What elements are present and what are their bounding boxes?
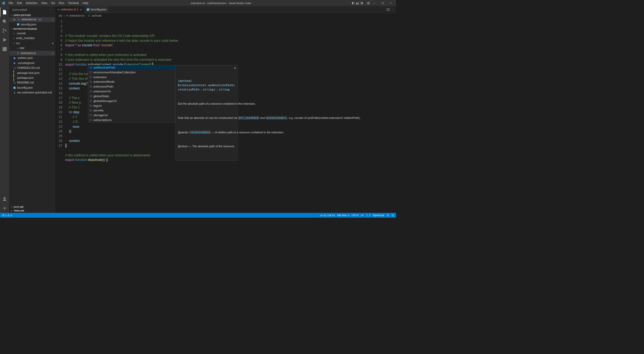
intellisense-item[interactable]: extensionPath <box>88 84 175 89</box>
intellisense-popup[interactable]: asAbsolutePathenvironmentVariableCollect… <box>88 65 175 122</box>
doc-note: Note that an absolute uri can be constru… <box>178 116 235 120</box>
status-feedback[interactable] <box>387 214 389 217</box>
intellisense-item[interactable]: extensionUri <box>88 89 175 94</box>
scm-activity[interactable] <box>0 26 9 35</box>
svg-point-18 <box>5 30 6 31</box>
method-icon <box>89 71 92 74</box>
more-icon[interactable]: ⋯ <box>50 8 52 11</box>
svg-text:ts: ts <box>14 87 15 89</box>
status-errors[interactable]: 1 0 <box>2 214 12 217</box>
method-icon <box>89 109 92 112</box>
svg-rect-22 <box>5 49 6 51</box>
menu-edit[interactable]: Edit <box>15 1 23 5</box>
intellisense-item[interactable]: globalStorageUri <box>88 99 175 103</box>
status-eol[interactable]: LF <box>361 214 364 217</box>
editor-tab[interactable]: tstsconfig.json <box>85 6 109 13</box>
titlebar-right-icons: | <box>352 0 395 6</box>
status-bar: 1 0 Ln 12, Col 13 Tab Size: 4 UTF-8 LF {… <box>0 213 396 218</box>
chevron-right-icon <box>10 206 13 208</box>
close-button[interactable] <box>387 0 395 6</box>
method-icon <box>89 80 92 83</box>
intellisense-item[interactable]: environmentVariableCollection <box>88 70 175 75</box>
open-editor-item[interactable]: tstsconfig.json <box>9 22 55 27</box>
minimize-button[interactable] <box>371 0 378 6</box>
titlebar: FileEditSelectionViewGoRunTerminalHelp e… <box>0 0 396 6</box>
close-doc-icon[interactable]: ✕ <box>234 66 236 70</box>
tree-item[interactable]: .vscode <box>9 31 55 36</box>
breadcrumb-folder[interactable]: src <box>59 14 62 17</box>
split-editor-icon[interactable] <box>387 8 390 12</box>
debug-activity[interactable] <box>0 35 9 44</box>
tree-item[interactable]: TSextension.ts1 <box>9 51 55 55</box>
status-bell[interactable] <box>391 214 394 217</box>
svg-point-29 <box>13 67 15 69</box>
intellisense-item[interactable]: extensionMode <box>88 79 175 84</box>
menu-file[interactable]: File <box>7 1 15 5</box>
menu-help[interactable]: Help <box>81 1 90 5</box>
tree-item[interactable]: src <box>9 41 55 46</box>
menu-terminal[interactable]: Terminal <box>66 1 80 5</box>
extensions-activity[interactable] <box>0 44 9 54</box>
svg-point-41 <box>387 214 389 216</box>
intellisense-item[interactable]: secrets <box>88 108 175 113</box>
status-cursor[interactable]: Ln 12, Col 13 <box>320 214 335 217</box>
status-tabsize[interactable]: Tab Size: 4 <box>337 214 349 217</box>
intellisense-item[interactable]: globalState <box>88 94 175 99</box>
accounts-activity[interactable] <box>0 194 9 204</box>
svg-rect-9 <box>369 3 370 4</box>
menu-view[interactable]: View <box>40 1 49 5</box>
breadcrumb-file[interactable]: extension.ts <box>69 14 84 17</box>
open-editors-section[interactable]: OPEN EDITORS <box>9 13 55 17</box>
svg-point-17 <box>3 32 4 33</box>
breadcrumb-symbol[interactable]: activate <box>92 14 102 17</box>
tree-item[interactable]: ⬇vsc-extension-quickstart.md <box>9 90 55 95</box>
search-activity[interactable] <box>0 17 9 26</box>
menu-run[interactable]: Run <box>57 1 66 5</box>
close-tab-icon[interactable]: ✕ <box>80 8 82 12</box>
tree-item[interactable]: node_modules <box>9 36 55 41</box>
explorer-title: EXPLORER <box>13 8 27 11</box>
tree-item[interactable]: ◆.vscodeignore <box>9 61 55 65</box>
tree-item[interactable]: test <box>9 46 55 51</box>
maximize-button[interactable] <box>379 0 387 6</box>
chevron-down-icon <box>10 14 13 16</box>
outline-section[interactable]: OUTLINE <box>9 205 55 209</box>
method-icon <box>89 104 92 107</box>
intellisense-item[interactable]: subscriptions <box>88 118 175 122</box>
svg-text:ts: ts <box>87 9 88 10</box>
method-icon <box>89 66 92 69</box>
svg-point-14 <box>3 20 6 22</box>
status-encoding[interactable]: UTF-8 <box>351 214 358 217</box>
explorer-activity[interactable] <box>0 7 9 17</box>
code-lines[interactable]: // The module 'vscode' contains the VS C… <box>65 18 396 213</box>
error-icon <box>2 214 5 217</box>
bell-icon <box>391 214 394 217</box>
tree-item[interactable]: { }package.json <box>9 76 55 80</box>
timeline-section[interactable]: TIMELINE <box>9 209 55 213</box>
chevron-right-icon <box>10 210 13 212</box>
ts-icon: TS <box>66 14 68 17</box>
layout-bottom-icon[interactable] <box>356 2 359 5</box>
editor-tab[interactable]: TSextension.ts 1✕ <box>55 6 85 13</box>
method-icon <box>89 95 92 97</box>
project-section[interactable]: MYFIRSTEXTENSION <box>9 27 55 31</box>
status-lang[interactable]: { } TypeScript <box>366 214 384 217</box>
layout-customize-icon[interactable] <box>367 2 370 5</box>
intellisense-item[interactable]: extension <box>88 75 175 80</box>
menu-go[interactable]: Go <box>50 1 57 5</box>
intellisense-item[interactable]: storageUri <box>88 113 175 118</box>
activity-bar <box>0 6 9 213</box>
menu-selection[interactable]: Selection <box>24 1 39 5</box>
open-editor-item[interactable]: ✕TSextension.ts src1 <box>9 17 55 22</box>
breadcrumb[interactable]: src › TS extension.ts › activate <box>55 13 396 18</box>
layout-right-icon[interactable] <box>360 2 363 5</box>
layout-left-icon[interactable] <box>352 2 355 5</box>
code-editor[interactable]: 1234567891011121314151617181920212223242… <box>55 18 396 213</box>
doc-return: @return — The absolute path of the resou… <box>178 145 235 149</box>
tree-item[interactable]: tstsconfig.json <box>9 85 55 90</box>
tree-item[interactable]: .eslintrc.json <box>9 56 55 61</box>
more-actions-icon[interactable]: ⋯ <box>392 9 394 11</box>
intellisense-item[interactable]: logUri <box>88 103 175 108</box>
settings-activity[interactable] <box>0 204 9 213</box>
intellisense-item[interactable]: asAbsolutePath <box>88 65 175 70</box>
